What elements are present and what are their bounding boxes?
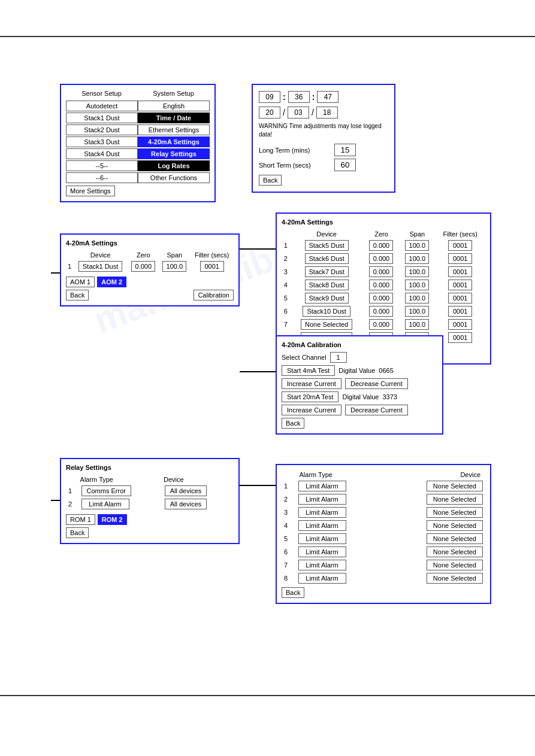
aom2-r6-device-btn[interactable]: Stack10 Dust (303, 306, 350, 317)
hour-input[interactable] (259, 91, 280, 103)
aom1-row1: 1 Stack1 Dust (66, 260, 234, 273)
increase-current2-btn[interactable]: Increase Current (282, 405, 341, 415)
aom2-r6-span[interactable] (405, 306, 429, 317)
aom2-r7-span[interactable] (405, 319, 429, 330)
relay2-r2-device-btn[interactable]: None Selected (427, 494, 483, 505)
relay-r2-device-btn[interactable]: All devices (165, 499, 207, 509)
cal-back-btn[interactable]: Back (282, 418, 304, 429)
relay-back-btn[interactable]: Back (66, 527, 89, 538)
other-functions-button[interactable]: Other Functions (138, 172, 210, 183)
channel-input[interactable] (330, 352, 347, 363)
time-back-button[interactable]: Back (259, 175, 282, 186)
aom2-r5-zero[interactable] (369, 293, 393, 303)
english-button[interactable]: English (138, 101, 210, 111)
aom2-r7-filter[interactable] (448, 319, 472, 330)
relay2-r3-alarm-btn[interactable]: Limit Alarm (298, 507, 346, 518)
aom2-r1-span[interactable] (405, 240, 429, 251)
start4ma-btn[interactable]: Start 4mA Test (282, 365, 335, 376)
relay2-row6: 6 Limit Alarm None Selected (282, 545, 485, 558)
aom2-r3-filter[interactable] (448, 266, 472, 277)
autodetect-button[interactable]: Autodetect (66, 101, 138, 111)
relay2-r1-device-btn[interactable]: None Selected (427, 481, 483, 491)
digital-val-20ma-label: Digital Value (342, 393, 379, 400)
relay2-r6-device-btn[interactable]: None Selected (427, 546, 483, 557)
ma-settings-button[interactable]: 4-20mA Settings (138, 136, 210, 147)
aom2-r3-span[interactable] (405, 266, 429, 277)
decrease-current1-btn[interactable]: Decrease Current (345, 378, 408, 389)
aom2-r4-zero[interactable] (369, 280, 393, 290)
aom2-tab[interactable]: AOM 2 (97, 277, 126, 287)
aom2-r4-device-btn[interactable]: Stack8 Dust (305, 280, 349, 290)
short-term-input[interactable] (334, 159, 356, 171)
aom1-row1-filter[interactable] (200, 261, 224, 272)
day-input[interactable] (259, 107, 280, 119)
relay-settings-button[interactable]: Relay Settings (138, 148, 210, 159)
aom2-r1-device-btn[interactable]: Stack5 Dust (305, 240, 349, 251)
stack1-button[interactable]: Stack1 Dust (66, 113, 138, 123)
log-rates-button[interactable]: Log Rates (138, 160, 210, 171)
dash6-button[interactable]: --6-- (66, 172, 138, 183)
relay2-r5-device-btn[interactable]: None Selected (427, 533, 483, 544)
relay2-r2-alarm-btn[interactable]: Limit Alarm (298, 494, 346, 505)
year-input[interactable] (316, 107, 338, 119)
relay2-r7-device-btn[interactable]: None Selected (427, 560, 483, 570)
aom1-row1-device-btn[interactable]: Stack1 Dust (78, 261, 122, 272)
aom1-back-btn[interactable]: Back (66, 290, 89, 300)
month-input[interactable] (288, 107, 309, 119)
relay2-r7-alarm-btn[interactable]: Limit Alarm (298, 560, 346, 570)
time-date-button[interactable]: Time / Date (138, 113, 210, 123)
rom2-tab[interactable]: ROM 2 (98, 514, 127, 525)
aom2-r6-zero[interactable] (369, 306, 393, 317)
aom2-r7-zero[interactable] (369, 319, 393, 330)
long-term-input[interactable] (334, 144, 356, 156)
aom2-r2-filter[interactable] (448, 253, 472, 264)
aom2-r8-filter[interactable] (448, 332, 472, 343)
aom1-table: Device Zero Span Filter (secs) 1 Stack1 … (66, 250, 234, 273)
digital-val-4ma-label: Digital Value (338, 367, 375, 374)
aom2-r6-filter[interactable] (448, 306, 472, 317)
second-input[interactable] (317, 91, 338, 103)
stack3-button[interactable]: Stack3 Dust (66, 136, 138, 147)
start20ma-btn[interactable]: Start 20mA Test (282, 391, 338, 402)
ethernet-button[interactable]: Ethernet Settings (138, 125, 210, 135)
relay2-r8-alarm-btn[interactable]: Limit Alarm (298, 573, 346, 584)
aom2-r3-zero[interactable] (369, 266, 393, 277)
aom2-r4-filter[interactable] (448, 280, 472, 290)
aom2-r5-span[interactable] (405, 293, 429, 303)
relay2-r3-device-btn[interactable]: None Selected (427, 507, 483, 518)
aom2-r2-zero[interactable] (369, 253, 393, 264)
aom1-calibration-btn[interactable]: Calibration (194, 290, 234, 300)
relay2-r6-num: 6 (282, 545, 296, 558)
aom2-r7-device-btn[interactable]: None Selected (301, 319, 352, 330)
decrease-current2-btn[interactable]: Decrease Current (345, 405, 408, 415)
dash5-button[interactable]: --5-- (66, 160, 138, 171)
aom2-r4-span[interactable] (405, 280, 429, 290)
aom2-r1-filter[interactable] (448, 240, 472, 251)
relay-title: Relay Settings (66, 464, 234, 471)
rom1-tab[interactable]: ROM 1 (66, 514, 95, 525)
aom2-r3-device-btn[interactable]: Stack7 Dust (305, 266, 349, 277)
relay2-r4-alarm-btn[interactable]: Limit Alarm (298, 520, 346, 531)
aom1-row1-span[interactable] (162, 261, 186, 272)
more-settings-button[interactable]: More Settings (66, 186, 115, 196)
relay2-r4-device-btn[interactable]: None Selected (427, 520, 483, 531)
aom1-tab[interactable]: AOM 1 (66, 277, 95, 287)
aom1-row1-zero[interactable] (131, 261, 155, 272)
minute-input[interactable] (288, 91, 310, 103)
relay2-r1-alarm-btn[interactable]: Limit Alarm (298, 481, 346, 491)
increase-current1-btn[interactable]: Increase Current (282, 378, 341, 389)
relay2-back-btn[interactable]: Back (282, 587, 304, 598)
relay2-r5-alarm-btn[interactable]: Limit Alarm (298, 533, 346, 544)
stack4-button[interactable]: Stack4 Dust (66, 148, 138, 159)
stack2-button[interactable]: Stack2 Dust (66, 125, 138, 135)
relay-r2-alarm-btn[interactable]: Limit Alarm (81, 499, 129, 509)
aom2-r5-filter[interactable] (448, 293, 472, 303)
aom2-r5-device-btn[interactable]: Stack9 Dust (305, 293, 349, 303)
aom2-r1-zero[interactable] (369, 240, 393, 251)
relay-r1-alarm-btn[interactable]: Comms Error (81, 485, 131, 496)
relay-r1-device-btn[interactable]: All devices (165, 485, 207, 496)
aom2-r2-span[interactable] (405, 253, 429, 264)
aom2-r2-device-btn[interactable]: Stack6 Dust (305, 253, 349, 264)
relay2-r6-alarm-btn[interactable]: Limit Alarm (298, 546, 346, 557)
relay2-r8-device-btn[interactable]: None Selected (427, 573, 483, 584)
